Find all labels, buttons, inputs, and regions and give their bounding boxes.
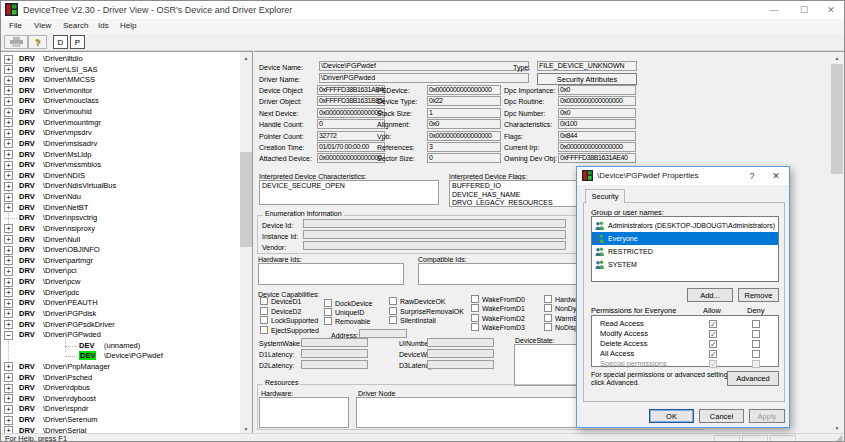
menu-search[interactable]: Search [63, 21, 88, 30]
capability-checkbox[interactable] [471, 295, 479, 303]
tree-item-label[interactable]: \Driver\rdpbus [43, 383, 90, 392]
capability-checkbox[interactable] [389, 307, 397, 315]
tree-item-tag[interactable]: DRV [19, 298, 35, 307]
driver-view-button[interactable]: D [53, 35, 68, 49]
tree-item-tag[interactable]: DRV [19, 362, 35, 371]
menu-ids[interactable]: Ids [98, 21, 109, 30]
tree-item-tag[interactable]: DRV [19, 415, 35, 424]
detail-scrollbar[interactable]: ▲ ▼ [831, 52, 843, 433]
tree-expand-toggle[interactable]: + [4, 299, 13, 308]
add-button[interactable]: Add... [687, 288, 733, 302]
tree-expand-toggle[interactable]: + [4, 108, 13, 117]
tree-item-tag[interactable]: DRV [19, 224, 35, 233]
tree-item-label[interactable]: \Driver\NetBT [43, 203, 88, 212]
tree-item-label[interactable]: \Driver\PnpManager [43, 362, 110, 371]
tree-item-tag[interactable]: DRV [19, 330, 35, 339]
tree-item-tag[interactable]: DRV [19, 107, 35, 116]
menu-help[interactable]: Help [120, 21, 136, 30]
tree-item-label[interactable]: \Driver\MsLldp [43, 150, 91, 159]
tree-item-label[interactable]: \Driver\Serial [43, 426, 86, 433]
tree-item-tag[interactable]: DEV [79, 351, 96, 360]
security-attributes-button[interactable]: Security Attributes [537, 73, 637, 85]
tree-item-label[interactable]: \Driver\mountmgr [43, 118, 101, 127]
capability-checkbox[interactable] [544, 314, 552, 322]
dialog-close-button[interactable]: ✕ [769, 170, 783, 182]
tree-item-label[interactable]: \Driver\PGPwded [43, 330, 101, 339]
ok-button[interactable]: OK [649, 409, 694, 423]
tree-item-label[interactable]: \Driver\pcw [43, 277, 81, 286]
tree-expand-toggle[interactable]: + [4, 320, 13, 329]
tree-item-label[interactable]: \Driver\PGPdisk [43, 309, 96, 318]
tree-item-tag[interactable]: DRV [19, 256, 35, 265]
tree-scrollbar[interactable]: ▲ ▼ [240, 52, 252, 433]
tree-item-label[interactable]: \Driver\Psched [43, 373, 92, 382]
group-user-list[interactable]: Administrators (DESKTOP-JDBOUGT\Administ… [591, 216, 779, 282]
user-list-item[interactable]: Everyone [592, 232, 778, 245]
tree-item-label[interactable]: \Driver\lltdio [43, 54, 83, 63]
allow-checkbox[interactable]: ✓ [709, 340, 717, 348]
deny-checkbox[interactable] [752, 350, 760, 358]
tree-item-tag[interactable]: DRV [19, 203, 35, 212]
tree-item-label[interactable]: \Driver\rspndr [43, 404, 88, 413]
tree-expand-toggle[interactable]: + [4, 118, 13, 127]
tree-item-label[interactable]: \Driver\MMCSS [43, 75, 95, 84]
tree-item-tag[interactable]: DRV [19, 192, 35, 201]
tree-expand-toggle[interactable]: + [4, 55, 13, 64]
tree-expand-toggle[interactable]: + [4, 224, 13, 233]
tree-item-label[interactable]: \Driver\mssmbios [43, 160, 101, 169]
tree-expand-toggle[interactable]: + [4, 150, 13, 159]
tree-item-label[interactable]: \Driver\npsvctrig [43, 213, 97, 222]
capability-checkbox[interactable] [471, 314, 479, 322]
allow-checkbox[interactable]: ✓ [709, 360, 717, 368]
tree-expand-toggle[interactable]: + [4, 278, 13, 287]
tree-expand-toggle[interactable]: + [4, 373, 13, 382]
tree-item-tag[interactable]: DRV [19, 171, 35, 180]
tree-expand-toggle[interactable]: + [4, 97, 13, 106]
tree-item-tag[interactable]: DEV [79, 341, 94, 350]
tree-item-label[interactable]: \Driver\NDIS [43, 171, 85, 180]
deny-checkbox[interactable] [752, 340, 760, 348]
minimize-button[interactable]: — [759, 1, 789, 19]
capability-checkbox[interactable] [389, 316, 397, 324]
tree-expand-toggle[interactable]: + [4, 129, 13, 138]
tree-item-tag[interactable]: DRV [19, 426, 35, 433]
scroll-up-icon[interactable]: ▲ [240, 52, 252, 63]
tree-expand-toggle[interactable]: + [4, 246, 13, 255]
tree-expand-toggle[interactable]: + [4, 426, 13, 433]
detail-scrollbar-thumb[interactable] [831, 64, 843, 174]
deny-checkbox[interactable] [752, 330, 760, 338]
tree-item-label[interactable]: \Driver\PGPsdkDriver [43, 320, 115, 329]
capability-checkbox[interactable] [324, 317, 332, 325]
tree-expand-toggle[interactable]: + [4, 384, 13, 393]
deny-checkbox[interactable] [752, 360, 760, 368]
tree-expand-toggle[interactable]: − [4, 331, 13, 340]
capability-checkbox[interactable] [260, 307, 268, 315]
tree-expand-toggle[interactable]: + [4, 182, 13, 191]
tree-expand-toggle[interactable]: + [4, 235, 13, 244]
menu-view[interactable]: View [34, 21, 51, 30]
tree-item-tag[interactable]: DRV [19, 373, 35, 382]
resize-grip[interactable]: ◢ [836, 433, 842, 442]
tree-item-tag[interactable]: DRV [19, 213, 35, 222]
tree-item-label[interactable]: \Driver\pdc [43, 288, 79, 297]
capability-checkbox[interactable] [471, 323, 479, 331]
tree-expand-toggle[interactable]: + [4, 394, 13, 403]
tree-item-tag[interactable]: DRV [19, 139, 35, 148]
tree-expand-toggle[interactable]: + [4, 267, 13, 276]
tree-expand-toggle[interactable]: + [4, 86, 13, 95]
tree-item-tag[interactable]: DRV [19, 54, 35, 63]
tree-item-tag[interactable]: DRV [19, 320, 35, 329]
allow-checkbox[interactable]: ✓ [709, 350, 717, 358]
tree-expand-toggle[interactable]: + [4, 139, 13, 148]
user-list-item[interactable]: Administrators (DESKTOP-JDBOUGT\Administ… [592, 219, 778, 232]
tree-expand-toggle[interactable]: + [4, 161, 13, 170]
tree-expand-toggle[interactable]: + [4, 76, 13, 85]
close-button[interactable]: ✕ [816, 1, 845, 19]
tree-item-tag[interactable]: DRV [19, 266, 35, 275]
tree-expand-toggle[interactable]: + [4, 309, 13, 318]
tree-item-tag[interactable]: DRV [19, 65, 35, 74]
user-list-item[interactable]: RESTRICTED [592, 245, 778, 258]
tree-expand-toggle[interactable]: + [4, 405, 13, 414]
capability-checkbox[interactable] [389, 297, 397, 305]
tree-item-tag[interactable]: DRV [19, 75, 35, 84]
